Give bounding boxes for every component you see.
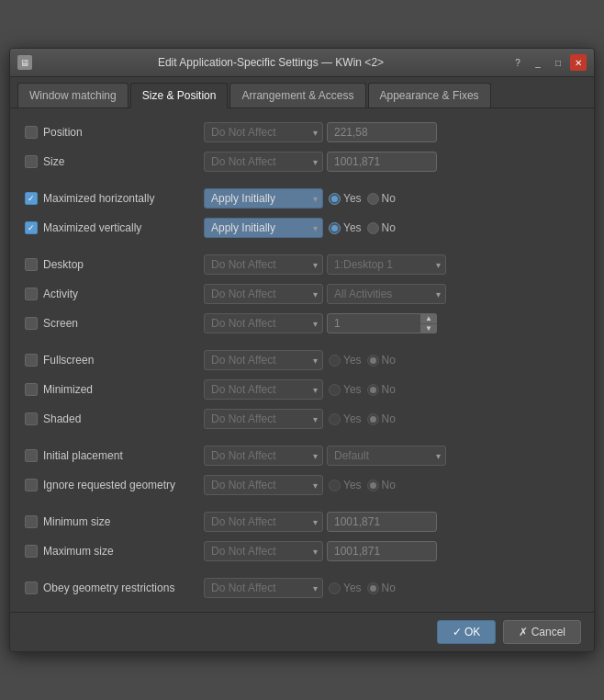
radio-group-max-horiz: Yes No	[329, 192, 396, 205]
divider-5	[23, 500, 581, 507]
radio-yes-minimized[interactable]: Yes	[329, 383, 362, 396]
input-position[interactable]	[327, 122, 437, 142]
radio-no-shaded[interactable]: No	[367, 412, 396, 425]
checkbox-shaded[interactable]	[25, 412, 38, 425]
radio-yes-shaded[interactable]: Yes	[329, 412, 362, 425]
radio-no-max-vert[interactable]: No	[367, 221, 396, 234]
dropdown-max-horiz[interactable]: Apply Initially Do Not Affect ▾	[204, 188, 323, 209]
select-shaded[interactable]: Do Not Affect	[204, 409, 323, 429]
select-minimized[interactable]: Do Not Affect	[204, 379, 323, 400]
ok-button[interactable]: ✓ OK	[437, 620, 497, 644]
radio-btn-yes-fullscreen[interactable]	[329, 355, 341, 367]
spin-up-screen[interactable]: ▲	[420, 313, 437, 324]
row-max-vert: Maximized vertically Apply Initially Do …	[23, 213, 581, 243]
dropdown-screen[interactable]: Do Not Affect ▾	[204, 313, 323, 333]
radio-btn-yes-shaded[interactable]	[329, 413, 341, 425]
tab-size-position[interactable]: Size & Position	[130, 83, 229, 108]
select-max-horiz[interactable]: Apply Initially Do Not Affect	[204, 188, 323, 209]
dropdown-init-place-value[interactable]: Default ▾	[327, 446, 446, 466]
radio-btn-no-max-horiz[interactable]	[367, 193, 379, 205]
dropdown-activity-value[interactable]: All Activities ▾	[327, 284, 446, 304]
tab-appearance-fixes[interactable]: Appearance & Fixes	[368, 83, 491, 107]
radio-btn-no-minimized[interactable]	[367, 384, 379, 396]
select-screen[interactable]: Do Not Affect	[204, 313, 323, 333]
dropdown-init-place[interactable]: Do Not Affect ▾	[204, 446, 323, 466]
dropdown-max-vert[interactable]: Apply Initially Do Not Affect ▾	[204, 218, 323, 238]
dropdown-max-size[interactable]: Do Not Affect ▾	[204, 541, 323, 561]
radio-yes-obey-geom[interactable]: Yes	[329, 581, 362, 594]
checkbox-screen[interactable]	[25, 317, 38, 330]
radio-btn-yes-max-vert[interactable]	[329, 222, 341, 234]
radio-btn-no-shaded[interactable]	[367, 413, 379, 425]
radio-btn-no-max-vert[interactable]	[367, 222, 379, 234]
spin-down-screen[interactable]: ▼	[420, 324, 437, 334]
select-desktop[interactable]: Do Not Affect	[204, 254, 323, 275]
radio-no-max-horiz[interactable]: No	[367, 192, 396, 205]
dropdown-desktop[interactable]: Do Not Affect ▾	[204, 254, 323, 275]
row-size-label: Size	[25, 155, 204, 168]
select-position[interactable]: Do Not Affect	[204, 122, 323, 142]
checkbox-max-size[interactable]	[25, 545, 38, 558]
tab-window-matching[interactable]: Window matching	[17, 83, 129, 107]
radio-no-ignore-geom[interactable]: No	[367, 479, 396, 491]
dropdown-shaded[interactable]: Do Not Affect ▾	[204, 409, 323, 429]
dropdown-desktop-value[interactable]: 1:Desktop 1 ▾	[327, 254, 446, 275]
select-size[interactable]: Do Not Affect	[204, 152, 323, 172]
dropdown-minimized[interactable]: Do Not Affect ▾	[204, 379, 323, 400]
radio-btn-no-ignore-geom[interactable]	[367, 480, 379, 491]
radio-yes-ignore-geom[interactable]: Yes	[329, 479, 362, 491]
tab-arrangement-access[interactable]: Arrangement & Access	[229, 83, 365, 107]
checkbox-min-size[interactable]	[25, 515, 38, 528]
select-activity-value[interactable]: All Activities	[327, 284, 446, 304]
radio-no-obey-geom[interactable]: No	[367, 581, 396, 594]
checkbox-fullscreen[interactable]	[25, 354, 38, 367]
checkbox-size[interactable]	[25, 155, 38, 168]
select-obey-geom[interactable]: Do Not Affect	[204, 578, 323, 598]
checkbox-activity[interactable]	[25, 288, 38, 300]
radio-btn-yes-max-horiz[interactable]	[329, 193, 341, 205]
radio-yes-max-vert[interactable]: Yes	[329, 221, 362, 234]
close-button[interactable]: ✕	[570, 54, 587, 71]
checkbox-position[interactable]	[25, 126, 38, 139]
dropdown-obey-geom[interactable]: Do Not Affect ▾	[204, 578, 323, 598]
checkbox-init-place[interactable]	[25, 449, 38, 462]
checkbox-desktop[interactable]	[25, 258, 38, 271]
checkbox-minimized[interactable]	[25, 383, 38, 396]
dropdown-min-size[interactable]: Do Not Affect ▾	[204, 512, 323, 532]
dropdown-ignore-geom[interactable]: Do Not Affect ▾	[204, 475, 323, 495]
radio-btn-yes-obey-geom[interactable]	[329, 582, 341, 594]
input-size[interactable]	[327, 152, 437, 172]
radio-yes-max-horiz[interactable]: Yes	[329, 192, 362, 205]
radio-btn-no-fullscreen[interactable]	[367, 355, 379, 367]
select-max-vert[interactable]: Apply Initially Do Not Affect	[204, 218, 323, 238]
radio-yes-fullscreen[interactable]: Yes	[329, 354, 362, 367]
select-fullscreen[interactable]: Do Not Affect	[204, 350, 323, 370]
select-min-size[interactable]: Do Not Affect	[204, 512, 323, 532]
radio-no-minimized[interactable]: No	[367, 383, 396, 396]
select-activity[interactable]: Do Not Affect	[204, 284, 323, 304]
dropdown-activity[interactable]: Do Not Affect ▾	[204, 284, 323, 304]
select-ignore-geom[interactable]: Do Not Affect	[204, 475, 323, 495]
input-min-size[interactable]	[327, 512, 437, 532]
select-init-place-value[interactable]: Default	[327, 446, 446, 466]
select-max-size[interactable]: Do Not Affect	[204, 541, 323, 561]
select-desktop-value[interactable]: 1:Desktop 1	[327, 254, 446, 275]
spin-screen[interactable]: ▲ ▼	[327, 313, 437, 333]
checkbox-max-horiz[interactable]	[25, 192, 38, 205]
radio-no-fullscreen[interactable]: No	[367, 354, 396, 367]
checkbox-obey-geom[interactable]	[25, 581, 38, 594]
maximize-button[interactable]: □	[550, 54, 566, 71]
dropdown-fullscreen[interactable]: Do Not Affect ▾	[204, 350, 323, 370]
input-max-size[interactable]	[327, 541, 437, 561]
radio-btn-yes-ignore-geom[interactable]	[329, 480, 341, 491]
radio-btn-yes-minimized[interactable]	[329, 384, 341, 396]
radio-btn-no-obey-geom[interactable]	[367, 582, 379, 594]
select-init-place[interactable]: Do Not Affect	[204, 446, 323, 466]
checkbox-max-vert[interactable]	[25, 221, 38, 234]
cancel-button[interactable]: ✗ Cancel	[503, 620, 581, 644]
checkbox-ignore-geom[interactable]	[25, 479, 38, 491]
dropdown-size[interactable]: Do Not Affect ▾	[204, 152, 323, 172]
help-button[interactable]: ?	[509, 54, 526, 71]
minimize-button[interactable]: _	[530, 54, 546, 71]
dropdown-position[interactable]: Do Not Affect ▾	[204, 122, 323, 142]
